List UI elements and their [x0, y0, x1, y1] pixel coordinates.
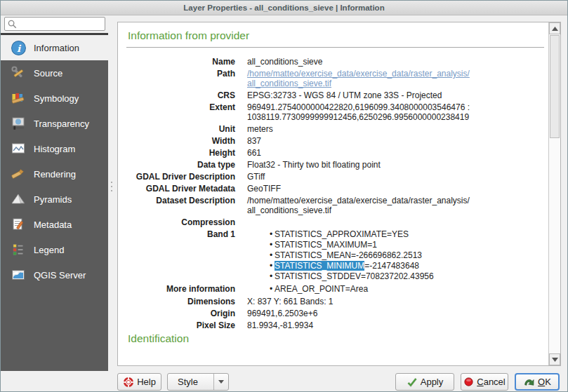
info-row-dimensions: DimensionsX: 837 Y: 661 Bands: 1 — [126, 297, 544, 306]
scrollbar-thumb[interactable] — [550, 35, 560, 138]
row-value: 969491.2754000000422820,6196099.34080000… — [247, 102, 470, 122]
sidebar-search — [4, 17, 105, 31]
bullet-item: •STATISTICS_APPROXIMATE=YES — [247, 229, 434, 240]
info-panel: Information from provider Nameall_condit… — [117, 22, 561, 366]
information-icon: i — [10, 39, 27, 56]
search-icon — [7, 19, 18, 29]
bullet-item: •STATISTICS_STDDEV=708237202.43956 — [247, 271, 434, 282]
info-row-height: Height661 — [126, 148, 544, 158]
info-row-more-information: More information•AREA_OR_POINT=Area — [126, 284, 544, 295]
info-row-dataset-description: Dataset Description/home/matteo/exercise… — [126, 196, 544, 215]
row-label: Width — [126, 136, 235, 146]
row-label: Origin — [126, 309, 235, 318]
sidebar-item-rendering[interactable]: Rendering — [1, 161, 108, 187]
row-value-list: •AREA_OR_POINT=Area — [247, 284, 368, 295]
sidebar-item-label: QGIS Server — [34, 270, 86, 281]
layer-properties-dialog: Layer Properties - all_conditions_sieve … — [0, 0, 568, 392]
metadata-icon — [10, 216, 27, 233]
row-value: GTiff — [247, 172, 265, 182]
sidebar-item-pyramids[interactable]: Pyramids — [1, 187, 108, 212]
sidebar-item-transparency[interactable]: Transparency — [1, 111, 108, 136]
section-separator — [126, 47, 544, 48]
info-row-compression: Compression — [126, 217, 544, 227]
sidebar-item-label: Metadata — [34, 219, 72, 230]
style-button[interactable]: Style — [167, 373, 229, 391]
info-row-gdal-driver-description: GDAL Driver DescriptionGTiff — [126, 172, 544, 182]
info-row-extent: Extent969491.2754000000422820,6196099.34… — [126, 102, 544, 122]
row-label: Path — [126, 69, 235, 88]
sidebar-item-label: Transparency — [34, 119, 89, 129]
apply-button[interactable]: Apply — [395, 373, 454, 391]
pyramids-icon — [10, 191, 27, 208]
cancel-icon — [463, 377, 474, 387]
row-label: CRS — [126, 90, 235, 100]
sidebar-item-metadata[interactable]: Metadata — [1, 212, 108, 237]
titlebar[interactable]: Layer Properties - all_conditions_sieve … — [1, 1, 567, 15]
sidebar-item-label: Histogram — [34, 144, 75, 154]
sidebar-item-legend[interactable]: Legend — [1, 237, 108, 262]
info-row-name: Nameall_conditions_sieve — [126, 57, 544, 67]
info-row-origin: Origin969491,6.2503e+6 — [126, 309, 544, 318]
chevron-down-icon[interactable] — [213, 374, 224, 390]
help-button[interactable]: Help — [117, 373, 161, 391]
row-value: EPSG:32733 - WGS 84 / UTM zone 33S - Pro… — [247, 90, 442, 100]
sidebar-item-label: Rendering — [34, 169, 76, 180]
arrow-down-icon — [552, 358, 558, 362]
sidebar-item-label: Information — [34, 43, 79, 53]
bullet-dot: • — [270, 271, 272, 282]
bullet-item: •STATISTICS_MAXIMUM=1 — [247, 240, 434, 250]
sidebar-item-symbology[interactable]: Symbology — [1, 86, 108, 111]
sidebar-item-qgis-server[interactable]: QGIS Server — [1, 262, 108, 288]
scroll-up-button[interactable] — [549, 22, 560, 34]
row-value: 81.9934,-81.9934 — [247, 320, 313, 330]
apply-icon — [407, 377, 418, 388]
bullet-dot: • — [270, 261, 272, 271]
row-label: Height — [126, 148, 235, 158]
sidebar-item-label: Source — [34, 68, 62, 79]
bullet-dot: • — [270, 229, 272, 240]
button-label: OK — [538, 377, 551, 387]
sidebar-item-source[interactable]: Source — [1, 60, 108, 86]
row-label: Compression — [126, 217, 235, 227]
info-row-band-1: Band 1•STATISTICS_APPROXIMATE=YES•STATIS… — [126, 229, 544, 282]
source-icon — [10, 65, 27, 81]
sidebar-item-information[interactable]: iInformation — [1, 35, 108, 60]
path-link[interactable]: /home/matteo/exercise_data/exercise_data… — [247, 69, 470, 88]
info-panel-content: Information from provider Nameall_condit… — [118, 22, 548, 365]
row-label: GDAL Driver Metadata — [126, 184, 235, 194]
scroll-down-button[interactable] — [549, 353, 560, 365]
row-value: 837 — [247, 136, 261, 146]
sidebar-item-label: Symbology — [34, 93, 79, 104]
row-value: /home/matteo/exercise_data/exercise_data… — [247, 196, 470, 215]
row-label: Name — [126, 57, 235, 67]
help-icon — [123, 377, 134, 388]
ok-button[interactable]: OK — [515, 373, 560, 391]
search-input[interactable] — [18, 18, 105, 30]
row-value: Float32 - Thirty two bit floating point — [247, 160, 381, 170]
row-value: meters — [247, 124, 273, 134]
ok-icon — [523, 376, 535, 388]
scrollbar[interactable] — [548, 22, 560, 365]
bullet-dot: • — [270, 240, 272, 250]
selected-text: STATISTICS_MINIMUM — [275, 261, 364, 271]
info-row-data-type: Data typeFloat32 - Thirty two bit floati… — [126, 160, 544, 170]
qgis-server-icon — [10, 266, 27, 283]
splitter-handle[interactable] — [111, 182, 112, 191]
row-value: 661 — [247, 148, 261, 158]
cancel-button[interactable]: Cancel — [461, 373, 508, 391]
row-label: Unit — [126, 124, 235, 134]
transparency-icon — [10, 115, 27, 132]
row-value-list: •STATISTICS_APPROXIMATE=YES•STATISTICS_M… — [247, 229, 434, 282]
bullet-dot: • — [270, 284, 272, 295]
info-row-pixel-size: Pixel Size81.9934,-81.9934 — [126, 320, 544, 330]
info-row-width: Width837 — [126, 136, 544, 146]
row-value: 969491,6.2503e+6 — [247, 309, 317, 318]
section-title: Information from provider — [128, 29, 544, 42]
sidebar-item-histogram[interactable]: Histogram — [1, 136, 108, 161]
info-row-gdal-driver-metadata: GDAL Driver MetadataGeoTIFF — [126, 184, 544, 194]
bullet-item: •AREA_OR_POINT=Area — [247, 284, 368, 295]
sidebar-list: iInformationSourceSymbologyTransparencyH… — [1, 33, 108, 371]
button-label: Apply — [421, 377, 444, 387]
row-value: GeoTIFF — [247, 184, 281, 194]
row-label: Dataset Description — [126, 196, 235, 215]
